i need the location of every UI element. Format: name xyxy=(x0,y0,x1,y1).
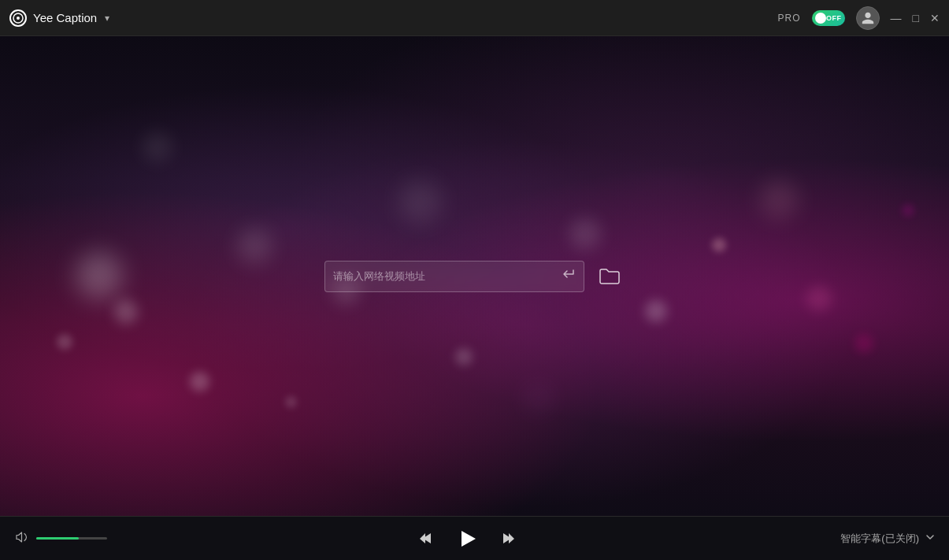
bokeh-dot xyxy=(854,334,873,353)
bokeh-dot xyxy=(902,204,914,217)
rewind-button[interactable] xyxy=(417,530,434,547)
volume-fill xyxy=(36,537,79,540)
bokeh-dot xyxy=(143,132,172,162)
pro-label: PRO xyxy=(778,13,801,24)
bokeh-dot xyxy=(806,286,832,311)
bokeh-dot xyxy=(399,180,442,224)
bokeh-dot xyxy=(712,238,726,252)
bokeh-dot xyxy=(759,180,799,220)
fast-forward-button[interactable] xyxy=(500,530,517,547)
main-video-area xyxy=(0,36,949,516)
svg-point-1 xyxy=(17,17,20,20)
caption-chevron-icon[interactable] xyxy=(925,532,935,544)
volume-slider[interactable] xyxy=(36,537,107,540)
user-avatar[interactable] xyxy=(856,6,880,30)
bokeh-dot xyxy=(57,334,72,350)
url-input[interactable] xyxy=(333,270,562,282)
title-dropdown-icon[interactable]: ▾ xyxy=(105,13,109,24)
title-bar: Yee Caption ▾ PRO OFF — □ ✕ xyxy=(0,0,949,36)
title-right: PRO OFF — □ ✕ xyxy=(778,6,940,30)
minimize-button[interactable]: — xyxy=(891,13,902,24)
right-section: 智能字幕(已关闭) xyxy=(777,532,935,546)
app-title: Yee Caption xyxy=(33,11,97,24)
playback-controls xyxy=(417,528,517,550)
play-button[interactable] xyxy=(456,528,478,550)
toggle-label: OFF xyxy=(826,14,842,22)
folder-button[interactable] xyxy=(594,261,625,292)
bokeh-dot xyxy=(114,300,138,324)
maximize-button[interactable]: □ xyxy=(913,13,919,24)
enter-icon[interactable] xyxy=(562,269,576,284)
caption-status-label: 智能字幕(已关闭) xyxy=(840,532,919,546)
volume-icon[interactable] xyxy=(14,530,28,547)
app-logo xyxy=(9,9,27,27)
bokeh-dot xyxy=(237,228,272,264)
bokeh-dot xyxy=(285,396,297,408)
pro-toggle[interactable]: OFF xyxy=(812,10,845,26)
url-input-wrapper xyxy=(324,261,584,292)
bottom-bar: 智能字幕(已关闭) xyxy=(0,516,949,560)
window-controls: — □ ✕ xyxy=(891,13,940,24)
url-input-area xyxy=(324,261,625,292)
volume-section xyxy=(14,530,156,547)
bokeh-dot xyxy=(522,381,555,414)
title-left: Yee Caption ▾ xyxy=(9,9,109,27)
close-button[interactable]: ✕ xyxy=(930,13,940,24)
